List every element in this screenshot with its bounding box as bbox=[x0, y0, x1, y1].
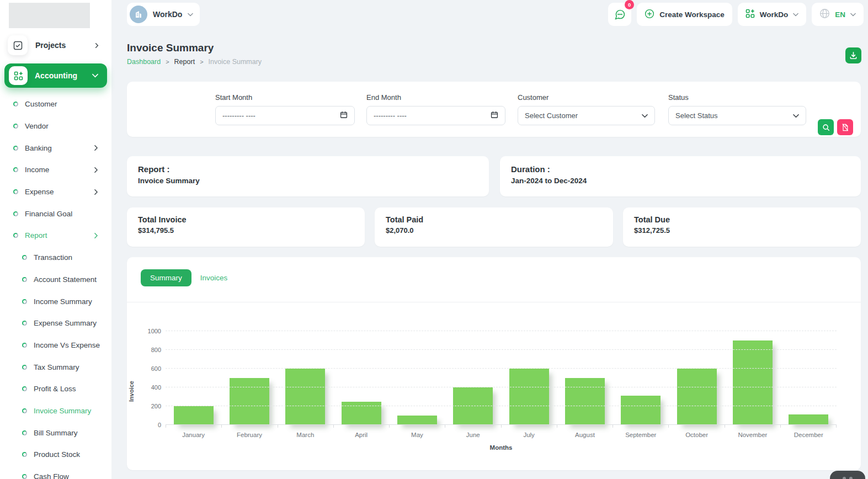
total-paid-label: Total Paid bbox=[386, 215, 602, 224]
sidebar: Projects Accounting CustomerVendorBankin… bbox=[0, 0, 111, 479]
bar-column-october bbox=[669, 331, 725, 425]
sidebar-item-label: Income Summary bbox=[34, 297, 92, 306]
bar-october[interactable] bbox=[677, 369, 717, 425]
bar-column-march bbox=[278, 331, 333, 425]
y-axis-tick-label: 0 bbox=[140, 422, 161, 428]
bar-may[interactable] bbox=[397, 416, 437, 425]
sidebar-item-transaction[interactable]: Transaction bbox=[0, 247, 111, 269]
x-axis-label-december: December bbox=[781, 432, 837, 438]
sidebar-item-label: Transaction bbox=[34, 253, 72, 262]
bar-november[interactable] bbox=[733, 340, 773, 425]
tab-divider bbox=[127, 302, 861, 302]
end-month-input[interactable]: --------- ---- bbox=[366, 106, 505, 125]
calendar-icon[interactable] bbox=[340, 111, 348, 120]
total-due-value: $312,725.5 bbox=[634, 226, 850, 235]
sidebar-item-label: Bill Summary bbox=[34, 429, 78, 437]
bar-july[interactable] bbox=[509, 369, 549, 425]
x-axis-label-september: September bbox=[613, 432, 669, 438]
status-select[interactable]: Select Status bbox=[668, 106, 806, 125]
end-month-field: End Month --------- ---- bbox=[366, 93, 505, 125]
bar-column-may bbox=[389, 331, 445, 425]
x-axis-label-april: April bbox=[333, 432, 389, 438]
sidebar-item-financial-goal[interactable]: Financial Goal bbox=[0, 203, 111, 225]
bar-june[interactable] bbox=[453, 387, 493, 425]
app-screen: Projects Accounting CustomerVendorBankin… bbox=[0, 0, 868, 479]
bar-column-april bbox=[333, 331, 389, 425]
sidebar-item-report[interactable]: Report bbox=[0, 225, 111, 247]
bar-march[interactable] bbox=[285, 369, 325, 425]
calendar-icon[interactable] bbox=[491, 111, 498, 120]
total-invoice-value: $314,795.5 bbox=[138, 226, 354, 235]
reset-button[interactable] bbox=[837, 119, 853, 135]
y-axis-tick-label: 800 bbox=[140, 347, 161, 353]
sidebar-item-label: Vendor bbox=[25, 122, 49, 130]
bar-august[interactable] bbox=[565, 378, 605, 425]
start-month-input[interactable]: --------- ---- bbox=[215, 106, 355, 125]
y-axis-tick-label: 400 bbox=[140, 384, 161, 391]
sidebar-item-cash-flow[interactable]: Cash Flow bbox=[0, 466, 111, 479]
sidebar-item-customer[interactable]: Customer bbox=[0, 93, 111, 115]
bar-column-september bbox=[613, 331, 669, 425]
sidebar-item-income-summary[interactable]: Income Summary bbox=[0, 290, 111, 312]
sidebar-menu: CustomerVendorBankingIncomeExpenseFinanc… bbox=[0, 91, 111, 479]
start-month-label: Start Month bbox=[215, 93, 355, 102]
sidebar-item-projects[interactable]: Projects bbox=[0, 33, 111, 58]
chevron-right-icon bbox=[94, 145, 98, 151]
bullet-icon bbox=[13, 211, 18, 216]
floating-widget[interactable] bbox=[830, 471, 865, 479]
breadcrumb-separator: > bbox=[200, 58, 203, 65]
x-axis-label-january: January bbox=[166, 432, 221, 438]
bar-column-august bbox=[557, 331, 613, 425]
bullet-icon bbox=[22, 474, 27, 479]
chevron-down-icon bbox=[793, 111, 799, 120]
tab-invoices[interactable]: Invoices bbox=[200, 269, 228, 286]
sidebar-item-accounting[interactable]: Accounting bbox=[4, 63, 107, 88]
gridline bbox=[166, 424, 837, 425]
breadcrumb-separator: > bbox=[166, 58, 169, 65]
bar-april[interactable] bbox=[342, 402, 381, 425]
customer-select[interactable]: Select Customer bbox=[518, 106, 655, 125]
sidebar-item-label: Income Vs Expense bbox=[34, 341, 100, 349]
sidebar-item-expense[interactable]: Expense bbox=[0, 181, 111, 203]
chart-plot-area: 02004006008001000 bbox=[166, 331, 837, 425]
report-info-card: Report : Invoice Summary bbox=[127, 156, 489, 196]
chevron-right-icon bbox=[94, 43, 99, 48]
sidebar-item-product-stock[interactable]: Product Stock bbox=[0, 444, 111, 466]
bar-september[interactable] bbox=[621, 396, 661, 425]
page-title: Invoice Summary bbox=[127, 42, 214, 54]
status-label: Status bbox=[668, 93, 806, 102]
duration-label: Duration : bbox=[511, 164, 850, 174]
sidebar-item-profit-loss[interactable]: Profit & Loss bbox=[0, 378, 111, 400]
end-month-label: End Month bbox=[366, 93, 505, 102]
duration-value: Jan-2024 to Dec-2024 bbox=[511, 177, 850, 185]
sidebar-item-label: Product Stock bbox=[34, 450, 80, 459]
sidebar-item-account-statement[interactable]: Account Statement bbox=[0, 269, 111, 291]
breadcrumb-report[interactable]: Report bbox=[174, 58, 195, 66]
sidebar-item-banking[interactable]: Banking bbox=[0, 137, 111, 159]
sidebar-item-label: Account Statement bbox=[34, 275, 97, 284]
download-button[interactable] bbox=[845, 47, 861, 63]
tab-summary[interactable]: Summary bbox=[141, 269, 191, 286]
sidebar-item-vendor[interactable]: Vendor bbox=[0, 115, 111, 137]
search-button[interactable] bbox=[818, 119, 834, 135]
bar-february[interactable] bbox=[230, 378, 269, 425]
sidebar-item-bill-summary[interactable]: Bill Summary bbox=[0, 422, 111, 444]
breadcrumb-dashboard[interactable]: Dashboard bbox=[127, 58, 161, 66]
breadcrumb: Dashboard > Report > Invoice Summary bbox=[127, 58, 262, 66]
x-axis-label-june: June bbox=[445, 432, 501, 438]
bar-january[interactable] bbox=[174, 406, 214, 425]
checkbox-icon bbox=[8, 35, 28, 55]
x-axis-label-august: August bbox=[557, 432, 613, 438]
sidebar-item-income[interactable]: Income bbox=[0, 159, 111, 181]
chart-bars bbox=[166, 331, 837, 425]
gridline bbox=[166, 349, 837, 350]
sidebar-item-expense-summary[interactable]: Expense Summary bbox=[0, 312, 111, 334]
bar-december[interactable] bbox=[789, 414, 828, 425]
bullet-icon bbox=[22, 255, 27, 260]
y-axis-tick-label: 1000 bbox=[140, 328, 161, 334]
sidebar-item-label: Cash Flow bbox=[34, 472, 69, 479]
sidebar-item-income-vs-expense[interactable]: Income Vs Expense bbox=[0, 334, 111, 356]
sidebar-item-tax-summary[interactable]: Tax Summary bbox=[0, 356, 111, 378]
filter-panel: Start Month --------- ---- End Month ---… bbox=[127, 82, 861, 137]
sidebar-item-invoice-summary[interactable]: Invoice Summary bbox=[0, 400, 111, 422]
